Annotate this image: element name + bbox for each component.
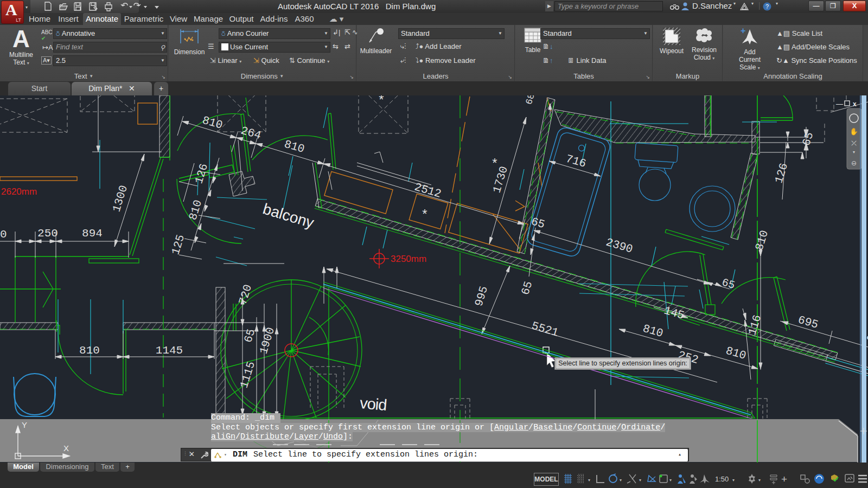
svg-text:716: 716: [564, 152, 588, 170]
svg-text:720: 720: [237, 283, 254, 306]
svg-text:264: 264: [239, 124, 263, 142]
svg-text:65: 65: [800, 131, 816, 147]
svg-text:▾: ▾: [588, 478, 590, 483]
svg-text:1145: 1145: [156, 344, 183, 357]
svg-text:0: 0: [0, 228, 7, 241]
svg-text:+: +: [741, 27, 745, 35]
svg-text:—: —: [836, 100, 843, 108]
svg-text:125: 125: [169, 233, 187, 256]
svg-text:▾: ▾: [758, 478, 761, 483]
svg-text:5521: 5521: [530, 320, 560, 339]
svg-text:void: void: [359, 394, 387, 414]
svg-text:126: 126: [193, 162, 210, 185]
svg-text:68: 68: [524, 95, 537, 106]
svg-text:▾: ▾: [669, 478, 672, 483]
svg-text:2390: 2390: [604, 236, 634, 256]
svg-text:*: *: [378, 95, 385, 108]
svg-text:*: *: [491, 157, 499, 172]
svg-text:▾: ▾: [732, 478, 735, 483]
svg-text:+: +: [781, 473, 787, 485]
svg-text:x: x: [853, 100, 857, 108]
svg-text:⊖: ⊖: [851, 159, 857, 167]
svg-text:3250mm: 3250mm: [391, 254, 426, 264]
svg-text:▾: ▾: [620, 478, 622, 483]
svg-text:✋: ✋: [850, 127, 859, 136]
svg-text:2620mm: 2620mm: [1, 187, 37, 197]
svg-text:894: 894: [82, 227, 103, 240]
svg-text:126: 126: [773, 162, 790, 185]
svg-text:810: 810: [79, 344, 100, 357]
svg-text:⤫: ⤫: [851, 139, 857, 147]
svg-text:?: ?: [765, 3, 769, 10]
svg-text:1900: 1900: [257, 326, 277, 356]
svg-text:65: 65: [529, 215, 546, 231]
svg-text:65: 65: [519, 280, 535, 297]
svg-text:1300: 1300: [110, 184, 130, 214]
svg-text:810: 810: [201, 114, 224, 132]
svg-text:250: 250: [37, 227, 58, 240]
svg-text:1:50: 1:50: [715, 475, 729, 483]
svg-text:X: X: [63, 444, 69, 453]
svg-text:*: *: [421, 208, 429, 223]
svg-text:▾: ▾: [853, 150, 855, 155]
svg-text:810: 810: [187, 198, 205, 222]
svg-text:2512: 2512: [413, 181, 443, 201]
svg-text:Y: Y: [22, 420, 27, 429]
svg-text:▾: ▾: [639, 478, 641, 483]
svg-text:695: 695: [796, 313, 820, 331]
svg-text:1115: 1115: [238, 360, 258, 390]
svg-text:balcony: balcony: [261, 200, 316, 231]
svg-text:995: 995: [473, 285, 490, 308]
svg-text:810: 810: [753, 229, 771, 252]
svg-text:810: 810: [641, 322, 665, 340]
svg-text:810: 810: [724, 344, 748, 362]
